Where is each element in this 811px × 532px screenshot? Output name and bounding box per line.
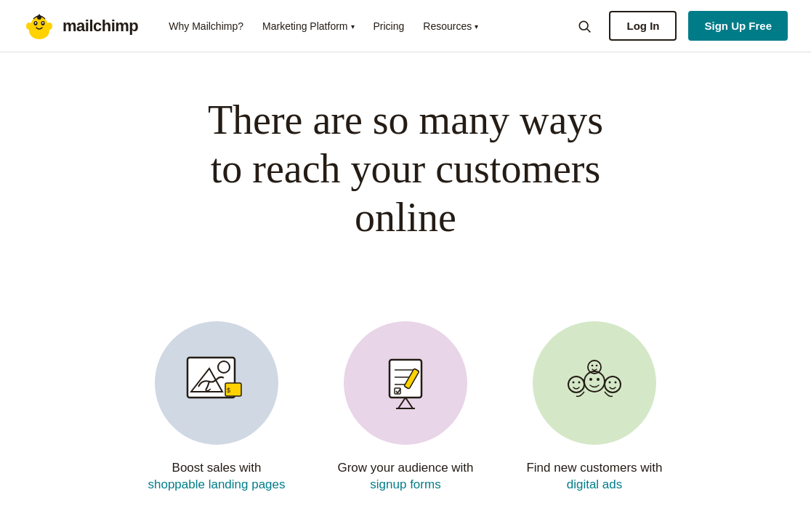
svg-point-9 xyxy=(580,21,589,30)
svg-point-5 xyxy=(42,22,44,23)
svg-point-30 xyxy=(568,376,584,392)
svg-point-27 xyxy=(584,371,605,392)
svg-line-10 xyxy=(587,28,591,32)
hero-title: There are so many ways to reach your cus… xyxy=(187,96,624,243)
digital-ads-illustration xyxy=(558,347,631,419)
card-label-landing-pages: Boost sales with shoppable landing pages xyxy=(144,459,289,494)
chevron-down-icon: ▾ xyxy=(475,23,478,31)
nav-item-marketing-platform[interactable]: Marketing Platform ▾ xyxy=(255,16,361,36)
header-left: mailchimp Why Mailchimp? Marketing Platf… xyxy=(23,10,485,42)
svg-point-31 xyxy=(573,381,575,383)
card-landing-pages: $ Boost sales with shoppable landing pag… xyxy=(144,321,289,494)
nav-item-resources[interactable]: Resources ▾ xyxy=(416,16,485,36)
chevron-down-icon: ▾ xyxy=(351,23,355,31)
svg-point-35 xyxy=(615,381,617,383)
card-label-signup-forms: Grow your audience with signup forms xyxy=(333,459,478,494)
card-circle-signup-forms xyxy=(344,321,467,445)
svg-line-25 xyxy=(405,398,413,408)
site-header: mailchimp Why Mailchimp? Marketing Platf… xyxy=(0,0,811,52)
svg-point-4 xyxy=(35,22,36,23)
search-icon xyxy=(577,19,592,33)
svg-point-28 xyxy=(589,378,592,381)
search-button[interactable] xyxy=(571,13,597,39)
nav-item-why-mailchimp[interactable]: Why Mailchimp? xyxy=(161,16,251,36)
svg-point-29 xyxy=(597,378,600,381)
svg-point-6 xyxy=(26,23,32,30)
logo-link[interactable]: mailchimp xyxy=(23,10,138,42)
hero-section: There are so many ways to reach your cus… xyxy=(0,52,811,307)
header-right: Log In Sign Up Free xyxy=(571,11,788,41)
nav-item-pricing[interactable]: Pricing xyxy=(366,16,412,36)
card-signup-forms: Grow your audience with signup forms xyxy=(333,321,478,494)
svg-line-24 xyxy=(398,398,405,408)
card-digital-ads: Find new customers with digital ads xyxy=(522,321,667,494)
svg-text:$: $ xyxy=(227,387,230,394)
card-circle-digital-ads xyxy=(533,321,656,445)
signup-button[interactable]: Sign Up Free xyxy=(688,11,788,41)
signup-forms-illustration xyxy=(369,347,442,419)
cards-section: $ Boost sales with shoppable landing pag… xyxy=(0,307,811,532)
svg-point-7 xyxy=(47,23,52,30)
login-button[interactable]: Log In xyxy=(609,11,677,41)
card-label-digital-ads: Find new customers with digital ads xyxy=(522,459,667,494)
svg-point-38 xyxy=(596,364,598,366)
svg-point-34 xyxy=(609,381,611,383)
logo-icon xyxy=(23,10,55,42)
main-nav: Why Mailchimp? Marketing Platform ▾ Pric… xyxy=(161,16,485,36)
svg-point-33 xyxy=(605,376,621,392)
svg-point-37 xyxy=(592,364,594,366)
logo-text: mailchimp xyxy=(62,17,138,36)
svg-point-32 xyxy=(578,381,581,383)
landing-pages-illustration: $ xyxy=(180,347,253,419)
card-circle-landing-pages: $ xyxy=(155,321,278,445)
